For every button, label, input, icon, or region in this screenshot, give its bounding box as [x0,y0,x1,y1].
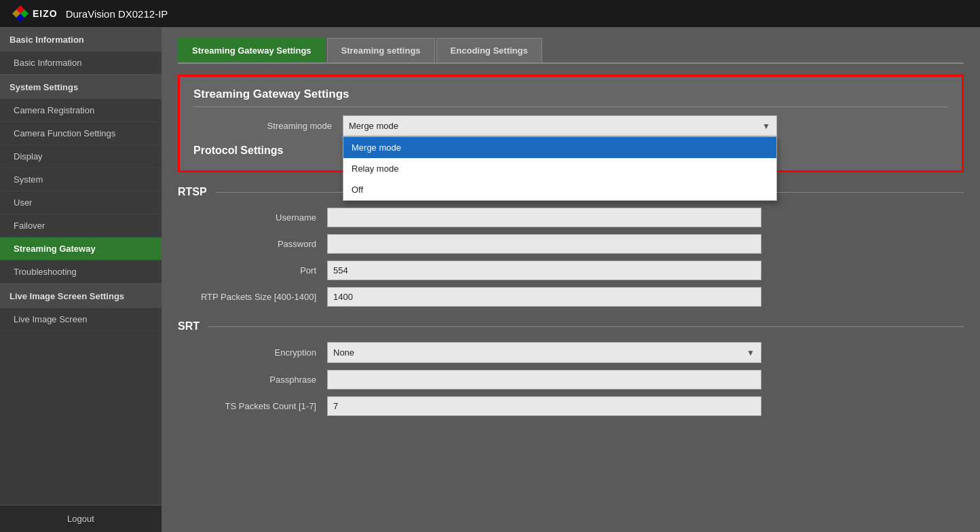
passphrase-label: Passphrase [178,375,327,385]
username-label: Username [178,212,327,223]
sidebar-item-streaming-gateway[interactable]: Streaming Gateway [0,238,162,261]
sidebar-item-troubleshooting[interactable]: Troubleshooting [0,261,162,284]
srt-section-divider: SRT [178,320,964,332]
eizo-logo-icon [11,4,30,23]
port-row: Port [178,261,964,280]
password-row: Password [178,234,964,254]
sidebar-section-header-0: Basic Information [0,27,162,52]
ts-packets-label: TS Packets Count [1-7] [178,401,327,411]
top-bar: EIZO DuraVision DX0212-IP [0,0,980,27]
streaming-gateway-settings-box: Streaming Gateway Settings Streaming mod… [178,75,964,172]
passphrase-input[interactable] [327,370,761,390]
dropdown-option-merge[interactable]: Merge mode [343,137,776,158]
username-row: Username [178,208,964,227]
username-input[interactable] [327,208,761,227]
encryption-row: Encryption None AES-128 AES-256 ▼ [178,342,964,363]
settings-box-title: Streaming Gateway Settings [193,88,948,107]
streaming-mode-dropdown[interactable]: Merge mode Relay mode Off [343,136,777,201]
rtp-packets-label: RTP Packets Size [400-1400] [178,292,327,302]
sidebar-item-camera-function-settings[interactable]: Camera Function Settings [0,122,162,145]
ts-packets-input[interactable] [327,396,761,416]
sidebar-item-basic-information[interactable]: Basic Information [0,52,162,75]
sidebar: Basic InformationBasic InformationSystem… [0,27,162,532]
tab-0[interactable]: Streaming Gateway Settings [178,38,326,62]
srt-section: SRT Encryption None AES-128 AES-256 ▼ Pa… [178,320,964,416]
rtsp-section: RTSP Username Password Port RTP Packets … [178,186,964,307]
streaming-mode-select[interactable]: Merge mode Relay mode Off [343,115,777,136]
page-title: DuraVision DX0212-IP [66,8,168,20]
ts-packets-row: TS Packets Count [1-7] [178,396,964,416]
sidebar-section-header-2: System Settings [0,75,162,99]
sidebar-section-header-11: Live Image Screen Settings [0,284,162,308]
encryption-select[interactable]: None AES-128 AES-256 [327,342,761,363]
sidebar-item-camera-registration[interactable]: Camera Registration [0,99,162,122]
main-content: Streaming Gateway SettingsStreaming sett… [162,27,980,532]
eizo-brand-text: EIZO [33,8,58,19]
sidebar-item-display[interactable]: Display [0,145,162,168]
encryption-label: Encryption [178,347,327,358]
port-label: Port [178,265,327,276]
sidebar-item-failover[interactable]: Failover [0,214,162,238]
rtp-packets-input[interactable] [327,287,761,307]
tab-2[interactable]: Encoding Settings [436,38,542,62]
password-label: Password [178,239,327,249]
logout-button[interactable]: Logout [0,505,162,532]
srt-section-title: SRT [178,320,200,332]
sidebar-item-user[interactable]: User [0,191,162,214]
port-input[interactable] [327,261,761,280]
rtp-packets-row: RTP Packets Size [400-1400] [178,287,964,307]
dropdown-option-relay[interactable]: Relay mode [343,158,776,179]
srt-divider-line [208,326,964,327]
passphrase-row: Passphrase [178,370,964,390]
eizo-logo: EIZO [11,4,58,23]
streaming-mode-select-wrapper[interactable]: Merge mode Relay mode Off ▼ Merge mode R… [343,115,777,136]
tab-1[interactable]: Streaming settings [327,38,435,62]
streaming-mode-label: Streaming mode [193,121,343,131]
streaming-mode-row: Streaming mode Merge mode Relay mode Off… [193,115,948,136]
password-input[interactable] [327,234,761,254]
sidebar-item-live-image-screen[interactable]: Live Image Screen [0,308,162,331]
tab-bar: Streaming Gateway SettingsStreaming sett… [178,38,964,64]
dropdown-option-off[interactable]: Off [343,179,776,200]
main-layout: Basic InformationBasic InformationSystem… [0,27,980,532]
rtsp-section-title: RTSP [178,186,207,198]
sidebar-item-system[interactable]: System [0,168,162,191]
encryption-select-wrapper[interactable]: None AES-128 AES-256 ▼ [327,342,761,363]
